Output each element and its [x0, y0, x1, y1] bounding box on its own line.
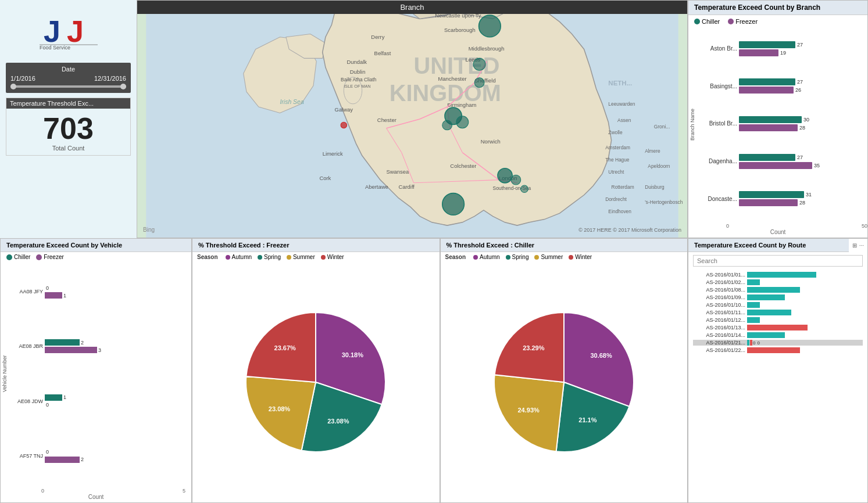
pie-label: 30.18% [342, 351, 364, 358]
slider-left-thumb[interactable] [10, 84, 16, 89]
legend-text: Summer [541, 254, 563, 260]
route-chart-title: Temperature Exceed Count by Route [688, 239, 849, 252]
route-name: AS-2016/01/14... [693, 332, 745, 338]
route-name: AS-2016/01/10... [693, 302, 745, 308]
legend-chiller: Chiller [694, 18, 720, 25]
route-row: AS-2016/01/11... [693, 310, 863, 315]
kpi-title: Temperature Threshold Exc... [6, 98, 130, 109]
veh-chiller-bar [45, 394, 62, 401]
legend-circle [534, 255, 539, 260]
vehicle-row: AF57 TNJ 0 2 [11, 449, 189, 463]
map-panel[interactable]: Branch ISLE OF MAN Irish Sea UNITED KING… [137, 0, 688, 238]
route-search-input[interactable] [693, 255, 863, 267]
freezer-pie-area: 30.18%23.08%23.08%23.67% [192, 262, 440, 502]
svg-text:The Hague: The Hague [605, 157, 630, 163]
branch-bars: 27 35 [739, 154, 862, 169]
route-name: AS-2016/01/13... [693, 325, 745, 330]
route-row: AS-2016/01/13... [693, 325, 863, 330]
expand-icon[interactable]: ⊞ [852, 242, 857, 249]
svg-text:'s-Hertogenbosch: 's-Hertogenbosch [645, 199, 683, 205]
svg-text:Assen: Assen [617, 117, 631, 123]
route-row: AS-2016/01/08... [693, 287, 863, 293]
route-bars [747, 272, 863, 278]
legend-text: Summer [293, 254, 315, 260]
pie-label: 23.08% [269, 405, 291, 412]
branch-legend: Chiller Freezer [688, 15, 867, 28]
freezer-label: Freezer [735, 18, 758, 25]
legend-circle [258, 255, 262, 260]
chiller-legend-item: Spring [506, 254, 529, 260]
route-row: AS-2016/01/12... [693, 317, 863, 323]
veh-freezer-bar [45, 347, 97, 353]
svg-text:Rotterdam: Rotterdam [612, 184, 634, 190]
svg-text:Dordrecht: Dordrecht [605, 196, 627, 202]
pie-label: 23.67% [274, 344, 297, 351]
route-row: AS-2016/01/09... [693, 294, 863, 300]
route-bar-red [750, 340, 752, 346]
date-filter-box: Date 1/1/2016 12/31/2016 [6, 63, 131, 93]
route-bars: 00 [747, 340, 863, 346]
vehicle-name: AE08 JDW [11, 398, 43, 404]
freezer-season-label: Season [197, 254, 218, 260]
pie-label: 30.68% [590, 352, 612, 359]
route-name: AS-2016/01/09... [693, 294, 745, 300]
logo: J J Food Service [37, 12, 101, 52]
svg-text:Colchester: Colchester [450, 163, 476, 169]
svg-point-62 [474, 78, 484, 88]
branch-row: Doncaste... 31 28 [699, 191, 862, 206]
date-start: 1/1/2016 [10, 75, 35, 82]
branch-bars: 27 26 [739, 78, 862, 94]
svg-point-67 [511, 175, 521, 185]
branch-row: Basingst... 27 26 [699, 78, 862, 94]
legend-text: Winter [575, 254, 592, 260]
map-watermark: Bing [143, 227, 155, 233]
vehicle-row: AA08 JFY 0 1 [11, 285, 189, 299]
svg-text:Scarborough: Scarborough [444, 27, 476, 33]
svg-text:ISLE OF MAN: ISLE OF MAN [344, 84, 370, 89]
svg-text:Galway: Galway [335, 106, 353, 113]
route-bar-red [747, 325, 808, 330]
vehicle-bars: 0 1 [45, 285, 66, 299]
vehicle-chart-panel: Temperature Exceed Count by Vehicle Chil… [0, 238, 192, 503]
branch-chart-panel: Temperature Exceed Count by Branch Chill… [688, 0, 868, 238]
pie-label: 24.93% [517, 407, 540, 414]
chiller-bar [739, 78, 795, 85]
branch-chart-title: Temperature Exceed Count by Branch [688, 1, 867, 15]
svg-text:Duisburg: Duisburg [645, 184, 665, 190]
svg-text:Baile Atha Cliath: Baile Atha Cliath [341, 77, 377, 82]
legend-circle [226, 255, 230, 260]
svg-text:Food Service: Food Service [40, 45, 70, 51]
chiller-bar [739, 191, 804, 198]
legend-circle [321, 255, 326, 260]
route-bars [747, 302, 863, 308]
legend-circle [569, 255, 573, 260]
route-name: AS-2016/01/11... [693, 310, 745, 315]
route-bar-teal [747, 332, 785, 338]
legend-text: Autumn [480, 254, 499, 260]
svg-text:Groni...: Groni... [654, 124, 670, 130]
legend-text: Winter [327, 254, 344, 260]
branch-chart-area: Aston Br... 27 19 Basingst... 27 26 Bris… [696, 28, 867, 221]
vehicle-name: AA08 JFY [11, 289, 43, 294]
left-panel: J J Food Service Date 1/1/2016 12/31/201… [0, 0, 137, 238]
kpi-number: 703 [11, 113, 126, 143]
freezer-pie-legend: SeasonAutumnSpringSummerWinter [192, 252, 440, 262]
route-bar-teal [747, 272, 816, 278]
freezer-pie-panel: % Threshold Exceed : Freezer SeasonAutum… [192, 238, 440, 503]
svg-text:Amsterdam: Amsterdam [605, 145, 630, 150]
date-slider[interactable] [10, 85, 126, 88]
map-copyright: © 2017 HERE © 2017 Microsoft Corporation [578, 227, 681, 233]
svg-text:Dundalk: Dundalk [347, 59, 367, 65]
vehicle-bars-area: AA08 JFY 0 1 AE08 JBR 2 3 AE08 JDW [9, 262, 191, 486]
more-icon[interactable]: ··· [859, 242, 864, 249]
route-row: AS-2016/01/14... [693, 332, 863, 338]
route-row: AS-2016/01/21... 00 [693, 340, 863, 346]
legend-freezer: Freezer [728, 18, 758, 25]
chiller-dot [694, 19, 700, 24]
svg-point-61 [473, 58, 485, 70]
slider-right-thumb[interactable] [120, 84, 126, 89]
svg-point-66 [498, 168, 512, 183]
vehicle-name: AF57 TNJ [11, 453, 43, 459]
svg-text:NETH...: NETH... [608, 80, 632, 87]
route-row: AS-2016/01/01... [693, 272, 863, 278]
